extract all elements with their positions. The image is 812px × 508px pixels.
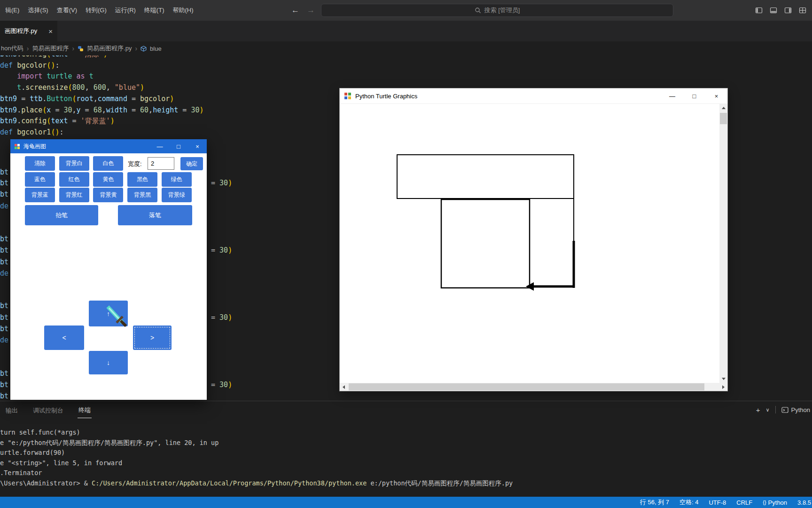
menu-item-4[interactable]: 运行(R): [111, 0, 140, 21]
horizontal-scrollbar[interactable]: [340, 383, 727, 391]
turtle-window-title: Python Turtle Graphics: [355, 93, 417, 100]
turtle-close-button[interactable]: ×: [705, 88, 727, 103]
status-item-text: 行 56, 列 7: [640, 498, 669, 507]
breadcrumb-item-folder[interactable]: hon代码: [1, 44, 23, 53]
panel-actions: + ∨ Python: [756, 401, 810, 418]
pen-down-button[interactable]: 落笔: [118, 205, 192, 225]
terminal-name: Python: [791, 406, 810, 413]
turtle-window-titlebar[interactable]: Python Turtle Graphics — □ ×: [340, 88, 727, 104]
code-fragment-right: = 30): [211, 313, 232, 322]
confirm-button[interactable]: 确定: [180, 157, 203, 170]
code-fragment: bt: [0, 381, 8, 389]
terminal-output[interactable]: turn self.func(*args)e "e:/python代码/简易画图…: [0, 428, 812, 497]
status-item-text: CRLF: [736, 499, 752, 506]
forward-arrow-icon[interactable]: →: [307, 6, 315, 15]
menu-item-3[interactable]: 转到(G): [81, 0, 111, 21]
horizontal-scrollbar-thumb[interactable]: [349, 383, 704, 390]
scroll-down-icon[interactable]: [719, 375, 727, 383]
toggle-secondary-sidebar-icon[interactable]: [784, 7, 792, 14]
turtle-minimize-button[interactable]: —: [661, 88, 683, 103]
code-line: t.screensize(800, 600, "blue"): [0, 83, 144, 92]
menu-item-6[interactable]: 帮助(H): [168, 0, 197, 21]
code-fragment: bt: [0, 313, 8, 322]
tool-button-2[interactable]: 白色: [93, 156, 123, 171]
breadcrumb-item-project[interactable]: 简易画图程序: [32, 44, 69, 53]
search-box[interactable]: 搜索 [管理员]: [321, 4, 673, 17]
bg-color-button-1[interactable]: 背景红: [59, 188, 89, 202]
vscode-window: 辑(E)选择(S)查看(V)转到(G)运行(R)终端(T)帮助(H) ← → 搜…: [0, 0, 812, 508]
pen-color-button-2[interactable]: 黄色: [93, 172, 123, 187]
turtle-canvas: [340, 104, 719, 383]
menu-item-2[interactable]: 查看(V): [53, 0, 81, 21]
code-line: import turtle as t: [0, 72, 94, 81]
status-item-0[interactable]: 行 56, 列 7: [640, 498, 669, 507]
paint-maximize-button[interactable]: □: [169, 139, 188, 153]
status-item-2[interactable]: UTF-8: [709, 499, 726, 506]
scroll-right-icon[interactable]: [719, 383, 727, 391]
terminal-line: turn self.func(*args): [0, 428, 80, 437]
status-item-5[interactable]: 3.8.5: [797, 499, 811, 506]
terminal-dropdown-icon[interactable]: ∨: [765, 407, 769, 413]
menu-item-0[interactable]: 辑(E): [1, 0, 23, 21]
pen-width-label: 宽度:: [128, 160, 142, 168]
paint-close-button[interactable]: ×: [188, 139, 207, 153]
code-fragment: de: [0, 336, 8, 345]
status-item-3[interactable]: CRLF: [736, 499, 752, 506]
status-item-text: 3.8.5: [797, 499, 811, 506]
turtle-app-icon: [344, 92, 351, 100]
code-line: def bgcolor():: [0, 61, 59, 70]
menu-item-1[interactable]: 选择(S): [23, 0, 52, 21]
paint-app-icon: [14, 143, 20, 150]
scroll-up-icon[interactable]: [719, 104, 727, 112]
code-fragment-right: = 30): [211, 246, 232, 255]
customize-layout-icon[interactable]: [799, 7, 806, 14]
new-terminal-button[interactable]: +: [756, 406, 760, 414]
status-item-4[interactable]: {}Python: [763, 499, 787, 506]
pen-color-button-0[interactable]: 蓝色: [25, 172, 55, 187]
pen-up-button[interactable]: 抬笔: [25, 205, 98, 225]
move-left-button[interactable]: <: [44, 325, 84, 350]
paint-window-titlebar[interactable]: 海龟画图 — □ ×: [10, 139, 207, 153]
toggle-sidebar-icon[interactable]: [755, 7, 763, 14]
panel-tab-1[interactable]: 调试控制台: [32, 403, 64, 418]
turtle-maximize-button[interactable]: □: [683, 88, 705, 103]
tool-button-1[interactable]: 背景白: [59, 156, 89, 171]
toggle-panel-icon[interactable]: [770, 7, 777, 14]
bg-color-button-0[interactable]: 背景蓝: [25, 188, 55, 202]
terminal-line: e "<string>", line 5, in forward: [0, 458, 122, 468]
pen-width-input[interactable]: [148, 157, 174, 170]
search-placeholder: 搜索 [管理员]: [484, 6, 520, 15]
terminal-list-item-python[interactable]: Python: [781, 406, 810, 413]
paint-row-2: 蓝色红色黄色黑色绿色: [10, 172, 207, 187]
breadcrumb-item-file[interactable]: 简易画图程序.py: [87, 44, 132, 53]
back-arrow-icon[interactable]: ←: [291, 6, 299, 15]
code-line: btn9.config(text = '背景蓝'): [0, 117, 115, 126]
pen-color-button-1[interactable]: 红色: [59, 172, 89, 187]
panel-tabs: 输出调试控制台终端: [0, 401, 105, 418]
bg-color-button-3[interactable]: 背景黑: [127, 188, 157, 202]
paint-minimize-button[interactable]: —: [150, 139, 169, 153]
paint-app-window: 海龟画图 — □ × 清除背景白白色 宽度: 确定 蓝色红色黄色黑色绿色 背景蓝…: [10, 139, 207, 400]
scroll-left-icon[interactable]: [340, 383, 348, 391]
code-fragment: bt: [0, 302, 8, 310]
vertical-scrollbar[interactable]: [719, 104, 727, 383]
bg-color-button-2[interactable]: 背景黄: [93, 188, 123, 202]
sword-cursor-icon: [103, 303, 128, 328]
move-right-button[interactable]: >: [133, 325, 172, 350]
status-item-1[interactable]: 空格: 4: [679, 498, 698, 507]
panel-tab-0[interactable]: 输出: [5, 403, 19, 418]
tab-active[interactable]: 画图程序.py ×: [0, 21, 57, 41]
menu-item-5[interactable]: 终端(T): [140, 0, 169, 21]
pen-color-button-4[interactable]: 绿色: [162, 172, 192, 187]
code-fragment: de: [0, 269, 8, 278]
pen-color-button-3[interactable]: 黑色: [127, 172, 157, 187]
code-fragment: bt: [0, 246, 8, 255]
bg-color-button-4[interactable]: 背景绿: [162, 188, 192, 202]
panel-tab-2[interactable]: 终端: [78, 402, 92, 418]
tab-close-icon[interactable]: ×: [48, 27, 53, 35]
breadcrumb-item-symbol[interactable]: blue: [150, 45, 162, 52]
move-down-button[interactable]: ↓: [89, 351, 128, 374]
code-fragment: bt: [0, 235, 8, 244]
vertical-scrollbar-thumb[interactable]: [720, 113, 727, 124]
tool-button-0[interactable]: 清除: [25, 156, 55, 171]
